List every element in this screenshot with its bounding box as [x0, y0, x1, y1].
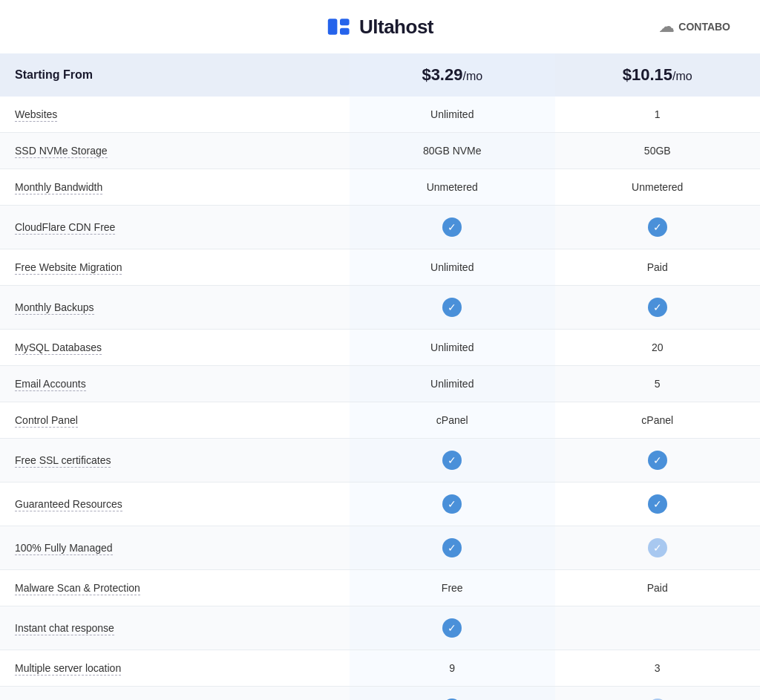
contabo-value-cell: 20	[555, 330, 761, 366]
contabo-value-cell: ✓	[555, 687, 761, 701]
contabo-value-cell: ✓	[555, 483, 761, 526]
contabo-price-suffix: /mo	[672, 70, 692, 82]
table-row: Free Website MigrationUnlimitedPaid	[0, 249, 760, 286]
feature-cell: Monthly Backups	[0, 286, 350, 330]
ultahost-value-cell: ✓	[350, 483, 554, 526]
feature-cell: Control Panel	[0, 402, 350, 439]
svg-rect-1	[340, 19, 350, 25]
contabo-value-cell: 1	[555, 97, 761, 133]
contabo-value-cell	[555, 606, 761, 650]
check-icon: ✓	[442, 538, 462, 557]
feature-cell: Email Accounts	[0, 366, 350, 402]
check-icon: ✓	[442, 298, 462, 317]
ultahost-text-value: 9	[350, 650, 554, 687]
feature-cell: Websites	[0, 97, 350, 133]
feature-cell: Guaranteed Resources	[0, 483, 350, 526]
svg-rect-0	[328, 19, 338, 35]
check-icon: ✓	[648, 298, 667, 317]
check-light-icon: ✓	[648, 538, 667, 557]
ultahost-price: $3.29	[422, 65, 462, 84]
ultahost-logo-icon	[327, 13, 353, 40]
contabo-value-cell: Unmetered	[555, 169, 761, 206]
contabo-value-cell: cPanel	[555, 402, 761, 439]
feature-cell: Free Website Migration	[0, 249, 350, 286]
check-icon: ✓	[442, 451, 462, 470]
feature-label: 100% Fully Managed	[15, 542, 113, 555]
ultahost-value-cell: ✓	[350, 687, 554, 701]
feature-label: Monthly Bandwidth	[15, 181, 102, 194]
comparison-table: Starting From $3.29/mo $10.15/mo Website…	[0, 53, 760, 700]
starting-from-label: Starting From	[15, 68, 93, 81]
contabo-value-cell: Paid	[555, 570, 761, 606]
contabo-logo-text: CONTABO	[678, 21, 730, 33]
contabo-value-cell: 50GB	[555, 133, 761, 169]
comparison-table-wrapper: Starting From $3.29/mo $10.15/mo Website…	[0, 53, 760, 700]
feature-label: Free Website Migration	[15, 261, 122, 275]
table-row: Email AccountsUnlimited5	[0, 366, 760, 402]
feature-cell: DDoS Protection	[0, 687, 350, 701]
feature-cell: Multiple server location	[0, 650, 350, 687]
feature-cell: Instant chat response	[0, 606, 350, 650]
feature-cell: SSD NVMe Storage	[0, 133, 350, 169]
ultahost-value-cell: ✓	[350, 526, 554, 570]
table-row: SSD NVMe Storage80GB NVMe50GB	[0, 133, 760, 169]
ultahost-text-value: cPanel	[350, 402, 554, 439]
ultahost-price-suffix: /mo	[462, 70, 482, 82]
check-icon: ✓	[442, 217, 462, 237]
table-row: MySQL DatabasesUnlimited20	[0, 330, 760, 366]
feature-label: Control Panel	[15, 414, 78, 428]
ultahost-value-cell: ✓	[350, 606, 554, 650]
ultahost-text-value: Unlimited	[350, 366, 554, 402]
feature-cell: Monthly Bandwidth	[0, 169, 350, 206]
feature-column-header: Starting From	[0, 53, 350, 97]
feature-label: CloudFlare CDN Free	[15, 221, 115, 235]
contabo-value-cell: ✓	[555, 286, 761, 330]
table-row: Free SSL certificates✓✓	[0, 439, 760, 483]
ultahost-value-cell: ✓	[350, 286, 554, 330]
ultahost-logo: Ultahost	[327, 13, 433, 40]
svg-rect-2	[340, 28, 350, 35]
feature-cell: Malware Scan & Protection	[0, 570, 350, 606]
check-icon: ✓	[648, 451, 667, 470]
feature-label: Instant chat response	[15, 622, 114, 635]
contabo-value-cell: ✓	[555, 439, 761, 483]
ultahost-value-cell: ✓	[350, 206, 554, 249]
ultahost-text-value: Unlimited	[350, 249, 554, 286]
table-row: Control PanelcPanelcPanel	[0, 402, 760, 439]
feature-label: Email Accounts	[15, 378, 86, 391]
ultahost-text-value: Unmetered	[350, 169, 554, 206]
table-body: WebsitesUnlimited1SSD NVMe Storage80GB N…	[0, 97, 760, 700]
contabo-logo: ☁ CONTABO	[659, 18, 730, 36]
feature-cell: 100% Fully Managed	[0, 526, 350, 570]
ultahost-text-value: Unlimited	[350, 330, 554, 366]
feature-label: Free SSL certificates	[15, 454, 111, 468]
feature-label: Multiple server location	[15, 662, 121, 676]
feature-label: SSD NVMe Storage	[15, 145, 108, 158]
contabo-cloud-icon: ☁	[659, 18, 674, 36]
feature-cell: MySQL Databases	[0, 330, 350, 366]
feature-label: Guaranteed Resources	[15, 498, 122, 511]
check-icon: ✓	[442, 494, 462, 514]
table-row: Malware Scan & ProtectionFreePaid	[0, 570, 760, 606]
ultahost-logo-text: Ultahost	[359, 16, 433, 39]
table-row: 100% Fully Managed✓✓	[0, 526, 760, 570]
feature-cell: Free SSL certificates	[0, 439, 350, 483]
ultahost-text-value: 80GB NVMe	[350, 133, 554, 169]
contabo-price-header: $10.15/mo	[555, 53, 761, 97]
table-row: Instant chat response✓	[0, 606, 760, 650]
ultahost-price-header: $3.29/mo	[350, 53, 554, 97]
check-icon: ✓	[648, 217, 667, 237]
ultahost-text-value: Free	[350, 570, 554, 606]
table-row: Monthly Backups✓✓	[0, 286, 760, 330]
table-row: CloudFlare CDN Free✓✓	[0, 206, 760, 249]
contabo-value-cell: 3	[555, 650, 761, 687]
feature-label: Monthly Backups	[15, 301, 94, 315]
table-row: DDoS Protection✓✓	[0, 687, 760, 701]
feature-label: MySQL Databases	[15, 341, 102, 355]
table-row: WebsitesUnlimited1	[0, 97, 760, 133]
contabo-value-cell: Paid	[555, 249, 761, 286]
check-icon: ✓	[442, 618, 462, 638]
ultahost-text-value: Unlimited	[350, 97, 554, 133]
feature-cell: CloudFlare CDN Free	[0, 206, 350, 249]
table-row: Guaranteed Resources✓✓	[0, 483, 760, 526]
